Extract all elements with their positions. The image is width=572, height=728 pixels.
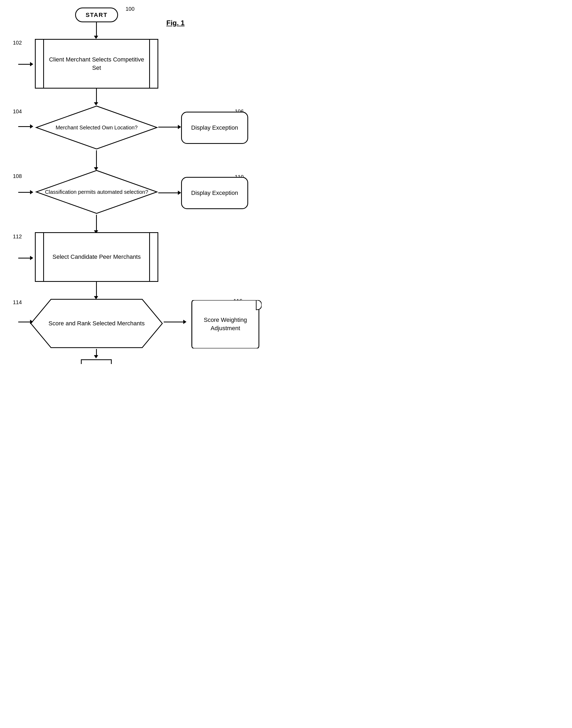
- step-110-box: Display Exception: [181, 177, 248, 209]
- step-102-box: Client Merchant Selects Competitive Set: [35, 39, 158, 88]
- connector-104-arrow-h: [18, 126, 32, 127]
- arrow-104: [30, 124, 33, 129]
- connector-a-container: A: [80, 358, 113, 364]
- inner-line-left-112: [43, 233, 44, 281]
- step-102-text: Client Merchant Selects Competitive Set: [36, 56, 157, 72]
- step-106-box: Display Exception: [181, 112, 248, 144]
- start-node: START: [75, 7, 118, 22]
- connector-112-arrow-h: [18, 258, 32, 259]
- step-108-label: 108: [13, 173, 22, 179]
- figure-title: Fig. 1: [166, 19, 185, 27]
- step-112-text: Select Candidate Peer Merchants: [42, 253, 152, 261]
- step-114-text: Score and Rank Selected Merchants: [49, 319, 145, 328]
- step-112-label: 112: [13, 234, 22, 240]
- connector-108-to-110-h: [158, 192, 180, 193]
- connector-start-to-102: [96, 22, 97, 38]
- step-104-diamond-container: Merchant Selected Own Location?: [35, 105, 158, 150]
- inner-line-left-102: [43, 40, 44, 88]
- arrow-100-label: 100: [126, 6, 134, 12]
- arrow-102: [30, 62, 33, 66]
- arrow-112: [30, 256, 33, 260]
- diagram: 100 Fig. 1 START 102 Client Merchant Sel…: [0, 0, 286, 364]
- step-116-text: Score Weighting Adjustment: [189, 316, 262, 333]
- arrow-108-to-110: [178, 191, 181, 195]
- step-106-text: Display Exception: [191, 124, 238, 132]
- step-104-text: Merchant Selected Own Location?: [56, 124, 138, 131]
- connector-104-to-106-h: [158, 127, 180, 128]
- connector-104-to-108: [96, 150, 97, 169]
- connector-108-arrow-h: [18, 192, 32, 193]
- step-104-label: 104: [13, 109, 22, 115]
- start-label: START: [86, 11, 108, 18]
- arrow-108: [30, 190, 33, 194]
- step-114-hexagon: Score and Rank Selected Merchants: [29, 298, 164, 349]
- connector-114-to-116-h: [164, 322, 185, 322]
- arrow-114-to-116: [183, 320, 187, 324]
- step-102-label: 102: [13, 40, 22, 46]
- step-114-label: 114: [13, 299, 22, 306]
- step-112-box: Select Candidate Peer Merchants: [35, 232, 158, 282]
- step-108-text: Classification permits automated selecti…: [45, 188, 148, 196]
- step-116-scroll-container: Score Weighting Adjustment: [187, 300, 262, 349]
- arrow-start-to-102: [94, 36, 98, 39]
- connector-102-arrow-h: [18, 64, 32, 65]
- step-108-diamond-container: Classification permits automated selecti…: [35, 169, 158, 215]
- arrow-114-to-a: [94, 355, 98, 358]
- inner-line-right-102: [149, 40, 150, 88]
- inner-line-right-112: [149, 233, 150, 281]
- connector-112-to-114: [96, 282, 97, 298]
- connector-108-to-112: [96, 215, 97, 232]
- arrow-104-to-106: [178, 125, 181, 129]
- connector-102-to-104: [96, 88, 97, 104]
- step-110-text: Display Exception: [191, 189, 238, 197]
